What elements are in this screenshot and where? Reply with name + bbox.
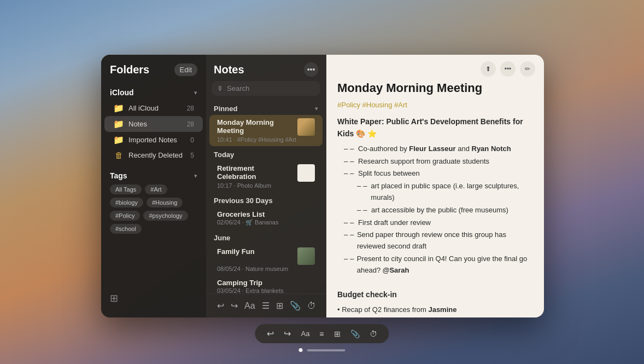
bottom-table-button[interactable]: ⊞ bbox=[334, 330, 341, 338]
redo-button[interactable]: ↪ bbox=[227, 298, 241, 313]
note-title: Family Fun bbox=[217, 247, 294, 256]
tag-chip-psychology[interactable]: #psychology bbox=[143, 211, 188, 221]
text-format-button[interactable]: Aa bbox=[241, 299, 259, 313]
notes-list: Notes ••• 🎙 Search Pinned ▾ Monday Morni… bbox=[206, 55, 326, 317]
prev30-label: Previous 30 Days bbox=[214, 197, 273, 205]
bottom-attachment-button[interactable]: 📎 bbox=[350, 330, 360, 338]
author1: Fleur Lasseur bbox=[409, 145, 455, 153]
tag-chip-art[interactable]: #Art bbox=[145, 184, 167, 194]
tags-label: Tags bbox=[110, 171, 127, 180]
note-meta: 03/05/24 · Extra blankets bbox=[217, 287, 315, 293]
tag-chip-housing[interactable]: #Housing bbox=[147, 198, 183, 207]
folder-icon: 📁 bbox=[113, 103, 124, 113]
bottom-timer-button[interactable]: ⏱ bbox=[370, 330, 377, 338]
dash-content: Co-authored by Fleur Lasseur and Ryan No… bbox=[358, 143, 511, 155]
bottom-redo-button[interactable]: ↪ bbox=[284, 328, 291, 339]
table-button[interactable]: ⊞ bbox=[273, 298, 286, 313]
sub-dash-item: – art placed in public space (i.e. large… bbox=[344, 181, 533, 204]
notes-toolbar: ↩ ↪ Aa ☰ ⊞ 📎 ⏱ bbox=[206, 293, 326, 317]
notes-more-button[interactable]: ••• bbox=[304, 62, 318, 77]
sidebar: Folders Edit iCloud ▾ 📁 All iCloud 28 📁 … bbox=[101, 55, 206, 317]
bottom-floating-toolbar: ↩ ↪ Aa ≡ ⊞ 📎 ⏱ bbox=[255, 324, 389, 343]
dash-list: – Co-authored by Fleur Lasseur and Ryan … bbox=[337, 143, 533, 276]
sidebar-item-imported-notes[interactable]: 📁 Imported Notes 0 bbox=[104, 132, 203, 148]
dash-item: – Co-authored by Fleur Lasseur and Ryan … bbox=[344, 143, 533, 155]
budget-item: Recap of Q2 finances from Jasmine bbox=[337, 304, 533, 316]
june-section-header: June bbox=[206, 229, 326, 244]
note-item-header: Family Fun bbox=[217, 247, 315, 265]
jasmine-mention: Jasmine bbox=[428, 305, 456, 314]
tag-chip-all[interactable]: All Tags bbox=[110, 184, 142, 194]
icloud-chevron-icon: ▾ bbox=[194, 89, 197, 96]
tag-chip-biology[interactable]: #biology bbox=[110, 198, 143, 207]
tags-header[interactable]: Tags ▾ bbox=[110, 171, 197, 180]
tag-chip-school[interactable]: #school bbox=[110, 224, 142, 234]
mention-sarah: @Sarah bbox=[383, 266, 409, 274]
note-title: Retirement Celebration bbox=[217, 164, 294, 181]
folder-icon: 📁 bbox=[113, 135, 124, 145]
timer-button[interactable]: ⏱ bbox=[304, 299, 319, 313]
edit-button[interactable]: Edit bbox=[174, 63, 197, 76]
dash-text: – bbox=[363, 181, 368, 204]
folder-count: 28 bbox=[187, 105, 194, 112]
trash-icon: 🗑 bbox=[113, 151, 124, 160]
icloud-section: iCloud ▾ 📁 All iCloud 28 📁 Notes 28 📁 Im… bbox=[101, 83, 206, 165]
tags-grid: All Tags #Art #biology #Housing #Policy … bbox=[110, 184, 197, 234]
note-meta: 08/05/24 · Nature museum bbox=[217, 265, 315, 272]
dash-text: – bbox=[363, 205, 369, 216]
note-item-family-fun[interactable]: Family Fun 08/05/24 · Nature museum bbox=[209, 244, 323, 275]
note-thumbnail bbox=[297, 247, 315, 265]
detail-more-button[interactable]: ••• bbox=[500, 61, 516, 77]
tag-chip-policy[interactable]: #Policy bbox=[110, 211, 140, 221]
dash-text: – bbox=[350, 143, 356, 155]
note-item-monday-meeting[interactable]: Monday Morning Meeting 10:41 · #Policy #… bbox=[209, 115, 323, 146]
sidebar-item-notes[interactable]: 📁 Notes 28 bbox=[104, 116, 203, 132]
bottom-undo-button[interactable]: ↩ bbox=[267, 328, 274, 339]
note-title: Camping Trip bbox=[217, 279, 312, 287]
budget-item: Discus potential new funding sources bbox=[337, 316, 533, 317]
checklist-button[interactable]: ☰ bbox=[259, 298, 273, 313]
note-item-groceries[interactable]: Groceries List 02/06/24 · 🛒 Bananas bbox=[209, 207, 323, 229]
note-title: Monday Morning Meeting bbox=[217, 118, 294, 135]
note-item-retirement[interactable]: Retirement Celebration 10:17 · Photo Alb… bbox=[209, 161, 323, 192]
sidebar-footer: ⊞ bbox=[101, 288, 206, 309]
folder-name: Recently Deleted bbox=[128, 151, 186, 159]
compose-button[interactable]: ✏ bbox=[520, 61, 535, 77]
notes-title: Notes bbox=[214, 63, 244, 76]
budget-section-title: Budget check-in bbox=[337, 288, 533, 301]
detail-content: Monday Morning Meeting #Policy #Housing … bbox=[326, 81, 544, 317]
scroll-indicator bbox=[299, 348, 346, 352]
note-item-header: Retirement Celebration bbox=[217, 164, 315, 182]
dash-text: – bbox=[350, 229, 355, 252]
note-thumbnail bbox=[297, 164, 315, 182]
search-bar[interactable]: 🎙 Search bbox=[212, 81, 320, 96]
folder-name: All iCloud bbox=[128, 104, 183, 112]
notes-scroll[interactable]: Pinned ▾ Monday Morning Meeting 10:41 · … bbox=[206, 100, 326, 293]
note-title: Groceries List bbox=[217, 210, 312, 218]
bottom-text-format-button[interactable]: Aa bbox=[301, 330, 309, 338]
settings-icon[interactable]: ⊞ bbox=[110, 293, 118, 304]
note-item-camping[interactable]: Camping Trip 03/05/24 · Extra blankets bbox=[209, 275, 323, 293]
folder-count: 0 bbox=[190, 136, 194, 144]
share-button[interactable]: ⬆ bbox=[481, 61, 496, 77]
attachment-button[interactable]: 📎 bbox=[286, 298, 304, 313]
note-item-header: Camping Trip bbox=[217, 279, 315, 287]
dash-content: First draft under review bbox=[358, 217, 431, 229]
folder-icon: 📁 bbox=[113, 119, 124, 129]
dash-content: art accessible by the public (free museu… bbox=[371, 205, 508, 216]
budget-list: Recap of Q2 finances from Jasmine Discus… bbox=[337, 304, 533, 317]
author2: Ryan Notch bbox=[472, 145, 511, 153]
sidebar-item-recently-deleted[interactable]: 🗑 Recently Deleted 5 bbox=[104, 148, 203, 163]
undo-button[interactable]: ↩ bbox=[214, 298, 227, 313]
detail-header: ⬆ ••• ✏ bbox=[326, 55, 544, 81]
dash-content: art placed in public space (i.e. large s… bbox=[371, 181, 533, 204]
sub-dash-item: – art accessible by the public (free mus… bbox=[344, 205, 533, 216]
icloud-header[interactable]: iCloud ▾ bbox=[101, 85, 206, 100]
dash-text: – bbox=[350, 253, 355, 276]
bottom-indent-button[interactable]: ≡ bbox=[319, 330, 324, 338]
note-item-header: Groceries List bbox=[217, 210, 315, 218]
folder-name: Notes bbox=[128, 120, 183, 128]
note-meta: 10:17 · Photo Album bbox=[217, 182, 315, 189]
note-thumbnail bbox=[297, 118, 315, 136]
sidebar-item-all-icloud[interactable]: 📁 All iCloud 28 bbox=[104, 100, 203, 116]
